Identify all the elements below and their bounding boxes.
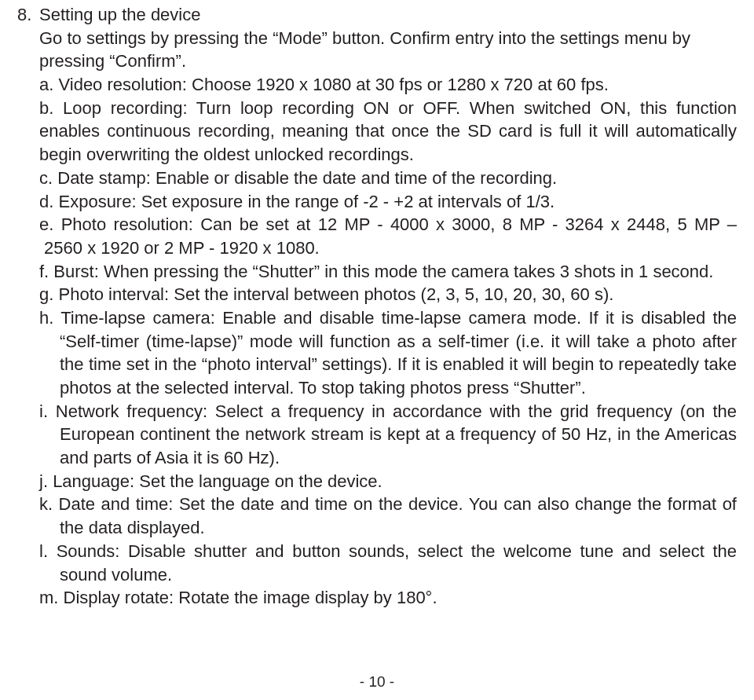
item-text: Time-lapse camera: Enable and disable ti… [60,308,737,398]
item-marker: a. [39,75,53,94]
list-item: d. Exposure: Set exposure in the range o… [39,190,737,214]
section-title: Setting up the device [39,3,737,27]
list-item: j. Language: Set the language on the dev… [39,470,737,493]
item-text: Date stamp: Enable or disable the date a… [57,168,557,188]
section-number: 8. [17,3,39,27]
item-text: Sounds: Disable shutter and button sound… [57,541,737,585]
item-marker: b. [39,98,53,118]
item-marker: j. [39,471,48,491]
item-text: Exposure: Set exposure in the range of -… [58,192,555,211]
item-text: Network frequency: Select a frequency in… [56,401,737,467]
item-marker: k. [39,494,53,514]
item-marker: d. [39,192,53,211]
item-marker: i. [39,401,48,421]
list-item: g. Photo interval: Set the interval betw… [39,283,737,306]
section-heading: 8. Setting up the device [17,3,737,27]
list-item: i. Network frequency: Select a frequency… [39,400,737,470]
list-item: l. Sounds: Disable shutter and button so… [39,540,737,586]
section-intro: Go to settings by pressing the “Mode” bu… [39,27,737,73]
item-text: Loop recording: Turn loop recording ON o… [39,98,737,164]
list-item: b. Loop recording: Turn loop recording O… [39,97,737,167]
item-text: Date and time: Set the date and time on … [59,494,737,537]
item-text: Photo interval: Set the interval between… [58,284,613,304]
list-item: e. Photo resolution: Can be set at 12 MP… [39,213,737,259]
item-marker: e. [39,214,53,234]
item-text: Burst: When pressing the “Shutter” in th… [53,262,713,281]
item-marker: c. [39,168,53,188]
list-item: k. Date and time: Set the date and time … [39,493,737,539]
page-number: - 10 - [0,672,754,692]
item-text: Video resolution: Choose 1920 x 1080 at … [58,75,608,94]
item-text: Photo resolution: Can be set at 12 MP - … [39,214,737,258]
list-item: m. Display rotate: Rotate the image disp… [39,586,737,610]
item-marker: g. [39,284,53,304]
list-item: f. Burst: When pressing the “Shutter” in… [39,260,737,284]
item-marker: m. [39,588,58,607]
item-marker: f. [39,262,49,281]
item-marker: l. [39,541,48,561]
item-text: Language: Set the language on the device… [53,471,382,491]
list-item: c. Date stamp: Enable or disable the dat… [39,167,737,190]
item-marker: h. [39,308,53,328]
item-text: Display rotate: Rotate the image display… [64,588,437,607]
list-item: h. Time-lapse camera: Enable and disable… [39,306,737,400]
list-item: a. Video resolution: Choose 1920 x 1080 … [39,73,737,97]
settings-list: a. Video resolution: Choose 1920 x 1080 … [39,73,737,610]
